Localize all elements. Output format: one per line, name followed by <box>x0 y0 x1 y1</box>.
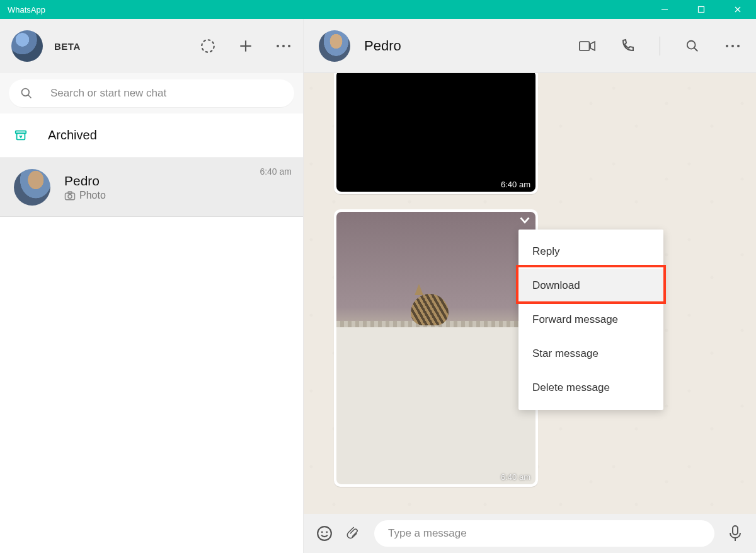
svg-point-23 <box>737 45 740 47</box>
svg-line-20 <box>694 47 698 51</box>
message-bubble[interactable]: 6:40 am <box>334 73 538 194</box>
menu-dots-icon[interactable] <box>275 38 292 54</box>
beta-badge: BETA <box>54 41 188 52</box>
contact-avatar[interactable] <box>319 30 350 62</box>
user-avatar[interactable] <box>11 30 43 62</box>
ctx-star[interactable]: Star message <box>518 337 663 371</box>
svg-point-4 <box>202 40 214 52</box>
message-time: 6:40 am <box>501 472 530 482</box>
message-image[interactable] <box>336 212 536 484</box>
new-chat-icon[interactable] <box>238 38 254 54</box>
archive-icon <box>14 129 28 143</box>
chat-menu-dots-icon[interactable] <box>724 38 741 54</box>
chat-list-panel: BETA Search or start new chat <box>0 19 304 553</box>
voice-call-icon[interactable] <box>619 38 636 54</box>
svg-point-9 <box>288 45 290 47</box>
search-input[interactable]: Search or start new chat <box>9 79 294 107</box>
svg-rect-1 <box>699 7 704 13</box>
message-bubble[interactable]: 6:40 am <box>334 209 538 487</box>
archived-label: Archived <box>48 128 97 143</box>
svg-marker-18 <box>590 42 595 50</box>
message-image[interactable] <box>336 73 536 192</box>
window-controls <box>646 0 756 19</box>
attach-icon[interactable] <box>345 525 362 542</box>
svg-point-25 <box>321 531 323 533</box>
message-input[interactable]: Type a message <box>374 520 714 547</box>
message-placeholder: Type a message <box>388 527 467 540</box>
messages-area[interactable]: 6:40 am 6:40 am Reply Download Forward m… <box>304 73 756 514</box>
chat-preview-text: Photo <box>79 190 106 201</box>
svg-rect-27 <box>733 526 738 535</box>
ctx-forward[interactable]: Forward message <box>518 303 663 337</box>
window-titlebar: WhatsApp <box>0 0 756 19</box>
svg-rect-17 <box>580 42 590 50</box>
window-title: WhatsApp <box>8 5 45 15</box>
context-menu: Reply Download Forward message Star mess… <box>518 230 663 410</box>
svg-point-10 <box>22 89 30 96</box>
chat-preview: Photo <box>64 190 246 201</box>
camera-icon <box>64 190 76 201</box>
ctx-download[interactable]: Download <box>518 269 663 303</box>
svg-point-26 <box>326 531 328 533</box>
chat-panel: Pedro 6:40 am <box>304 19 756 553</box>
chevron-down-icon[interactable] <box>518 213 532 227</box>
composer: Type a message <box>304 514 756 553</box>
window-maximize-button[interactable] <box>683 0 719 19</box>
emoji-icon[interactable] <box>316 525 333 542</box>
separator <box>660 37 660 55</box>
chat-header: Pedro <box>304 19 756 73</box>
contact-name[interactable]: Pedro <box>364 38 565 54</box>
ctx-delete[interactable]: Delete message <box>518 371 663 405</box>
svg-point-24 <box>318 527 331 540</box>
svg-point-15 <box>68 194 72 198</box>
archived-row[interactable]: Archived <box>0 114 303 158</box>
svg-point-7 <box>277 45 279 47</box>
svg-point-22 <box>731 45 734 47</box>
mic-icon[interactable] <box>727 525 743 542</box>
search-in-chat-icon[interactable] <box>684 38 701 54</box>
svg-point-8 <box>282 45 285 47</box>
chat-avatar <box>14 169 50 206</box>
message-time: 6:40 am <box>501 180 530 189</box>
search-placeholder: Search or start new chat <box>50 87 166 100</box>
svg-line-11 <box>28 95 32 98</box>
ctx-reply[interactable]: Reply <box>518 235 663 269</box>
video-call-icon[interactable] <box>579 38 595 54</box>
chat-list-item[interactable]: Pedro Photo 6:40 am <box>0 158 303 217</box>
status-icon[interactable] <box>200 38 216 54</box>
chat-time: 6:40 am <box>260 166 292 177</box>
search-icon <box>20 87 33 100</box>
svg-point-19 <box>687 40 696 49</box>
svg-point-21 <box>726 45 728 47</box>
chat-list-header: BETA <box>0 19 303 73</box>
window-minimize-button[interactable] <box>646 0 683 19</box>
chat-name: Pedro <box>64 173 246 189</box>
window-close-button[interactable] <box>719 0 756 19</box>
